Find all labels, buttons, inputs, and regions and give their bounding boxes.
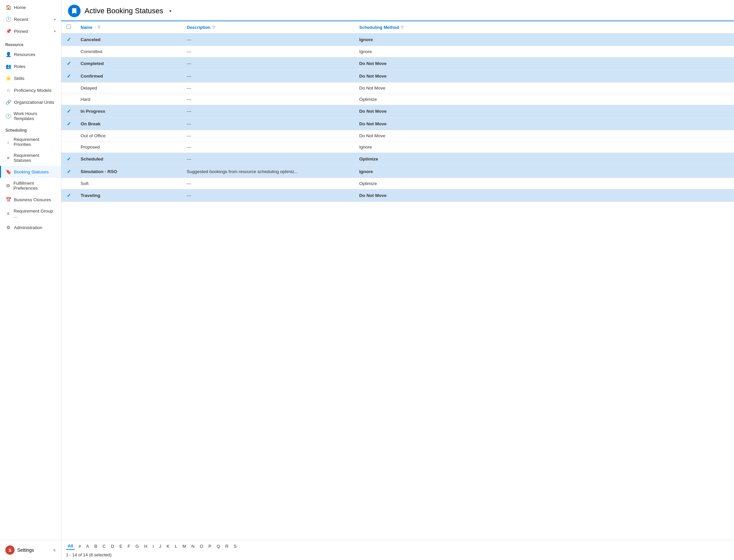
sidebar-item-recent[interactable]: 🕐 Recent ▾ [0,13,61,25]
row-name-cell[interactable]: Hard [76,94,182,105]
row-check-cell[interactable] [61,178,76,189]
alpha-nav-letter[interactable]: B [93,543,99,549]
row-name-link[interactable]: Out of Office [81,133,106,138]
row-name-link[interactable]: Delayed [81,86,97,91]
select-all-checkbox[interactable] [67,25,71,29]
col-header-name[interactable]: Name ↑ ▽ [76,21,182,33]
row-check-cell[interactable]: ✓ [61,165,76,178]
row-check-cell[interactable] [61,130,76,142]
table-row[interactable]: Out of Office---Do Not Move [61,130,734,142]
sidebar-item-organizational-units[interactable]: 🔗 Organizational Units [0,96,61,108]
method-filter-icon[interactable]: ▽ [401,25,403,30]
table-row[interactable]: ✓In Progress---Do Not Move [61,105,734,118]
row-name-link[interactable]: Completed [81,61,104,66]
col-header-check[interactable] [61,21,76,33]
table-row[interactable]: ✓Simulation - RSOSuggested bookings from… [61,165,734,178]
alpha-nav-letter[interactable]: I [151,543,155,549]
page-title-chevron-icon[interactable]: ▾ [169,8,171,14]
row-name-link[interactable]: In Progress [81,109,105,114]
row-name-cell[interactable]: Completed [76,57,182,70]
alpha-nav-letter[interactable]: H [143,543,149,549]
row-name-cell[interactable]: Simulation - RSO [76,165,182,178]
alpha-nav-letter[interactable]: K [165,543,171,549]
alpha-nav-letter[interactable]: M [181,543,188,549]
sidebar-item-business-closures[interactable]: 📅 Business Closures [0,194,61,206]
table-row[interactable]: Delayed---Do Not Move [61,83,734,94]
row-name-cell[interactable]: Scheduled [76,153,182,165]
row-name-link[interactable]: Soft [81,181,89,186]
sidebar-item-requirement-group[interactable]: ≡ Requirement Group ... [0,206,61,221]
sidebar-item-requirement-statuses[interactable]: ≡ Requirement Statuses [0,150,61,166]
row-name-cell[interactable]: Confirmed [76,70,182,83]
alpha-nav-letter[interactable]: P [207,543,213,549]
sidebar-item-requirement-priorities[interactable]: ↓ Requirement Priorities [0,134,61,150]
row-name-link[interactable]: Hard [81,97,90,102]
alpha-nav-letter[interactable]: N [190,543,196,549]
alpha-nav-letter[interactable]: S [232,543,238,549]
row-check-cell[interactable] [61,46,76,57]
sidebar-item-resources[interactable]: 👤 Resources [0,48,61,60]
table-row[interactable]: Committed---Ignore [61,46,734,57]
row-name-link[interactable]: Committed [81,49,102,54]
sidebar-item-home[interactable]: 🏠 Home [0,1,61,13]
row-name-cell[interactable]: Soft [76,178,182,189]
name-sort-icon[interactable]: ↑ [94,25,96,29]
alpha-nav-letter[interactable]: D [109,543,116,549]
alpha-nav-letter[interactable]: A [85,543,91,549]
desc-filter-icon[interactable]: ▽ [212,25,215,30]
row-name-cell[interactable]: Delayed [76,83,182,94]
row-check-cell[interactable]: ✓ [61,33,76,46]
name-filter-icon[interactable]: ▽ [97,25,100,30]
alpha-nav-letter[interactable]: G [134,543,141,549]
alpha-nav-letter[interactable]: All [66,543,75,550]
sidebar-item-booking-statuses[interactable]: 🔖 Booking Statuses [0,166,61,178]
alpha-nav-letter[interactable]: J [157,543,163,549]
table-row[interactable]: ✓Confirmed---Do Not Move [61,70,734,83]
row-name-cell[interactable]: Canceled [76,33,182,46]
row-name-cell[interactable]: In Progress [76,105,182,118]
row-check-cell[interactable]: ✓ [61,57,76,70]
table-row[interactable]: Proposed---Ignore [61,142,734,153]
settings-item[interactable]: S Settings ⇅ [0,543,61,557]
row-name-link[interactable]: Traveling [81,193,100,198]
alpha-nav-letter[interactable]: C [101,543,107,549]
table-row[interactable]: Soft---Optimize [61,178,734,189]
row-name-cell[interactable]: Committed [76,46,182,57]
table-row[interactable]: ✓On Break---Do Not Move [61,118,734,130]
alpha-nav-letter[interactable]: Q [215,543,221,549]
sidebar-item-administration[interactable]: ⚙ Administration [0,221,61,233]
alpha-nav-letter[interactable]: O [198,543,205,549]
row-name-link[interactable]: Proposed [81,145,100,150]
alpha-nav-letter[interactable]: F [126,543,132,549]
row-check-cell[interactable]: ✓ [61,70,76,83]
row-name-link[interactable]: Simulation - RSO [81,169,117,174]
row-name-link[interactable]: Confirmed [81,74,103,79]
row-name-link[interactable]: Scheduled [81,156,103,161]
row-name-cell[interactable]: Traveling [76,189,182,202]
table-row[interactable]: ✓Canceled---Ignore [61,33,734,46]
sidebar-item-pinned[interactable]: 📌 Pinned ▾ [0,25,61,37]
row-check-cell[interactable] [61,83,76,94]
sidebar-item-roles[interactable]: 👥 Roles [0,60,61,72]
row-name-cell[interactable]: Proposed [76,142,182,153]
row-check-cell[interactable]: ✓ [61,153,76,165]
col-header-description[interactable]: Description ▽ [182,21,354,33]
sidebar-item-work-hours-templates[interactable]: 🕐 Work Hours Templates [0,108,61,124]
alpha-nav-letter[interactable]: R [223,543,230,549]
alpha-nav-letter[interactable]: L [173,543,179,549]
table-row[interactable]: Hard---Optimize [61,94,734,105]
alpha-nav-letter[interactable]: E [118,543,124,549]
table-row[interactable]: ✓Scheduled---Optimize [61,153,734,165]
row-check-cell[interactable]: ✓ [61,118,76,130]
row-name-link[interactable]: Canceled [81,37,100,42]
sidebar-item-skills[interactable]: ⭐ Skills [0,72,61,84]
sidebar-item-proficiency-models[interactable]: ☆ Proficiency Models [0,84,61,96]
alpha-nav-letter[interactable]: # [77,543,83,549]
row-name-link[interactable]: On Break [81,121,100,126]
row-name-cell[interactable]: On Break [76,118,182,130]
col-header-scheduling-method[interactable]: Scheduling Method ▽ [354,21,734,33]
table-row[interactable]: ✓Traveling---Do Not Move [61,189,734,202]
table-row[interactable]: ✓Completed---Do Not Move [61,57,734,70]
row-check-cell[interactable]: ✓ [61,105,76,118]
row-check-cell[interactable] [61,142,76,153]
